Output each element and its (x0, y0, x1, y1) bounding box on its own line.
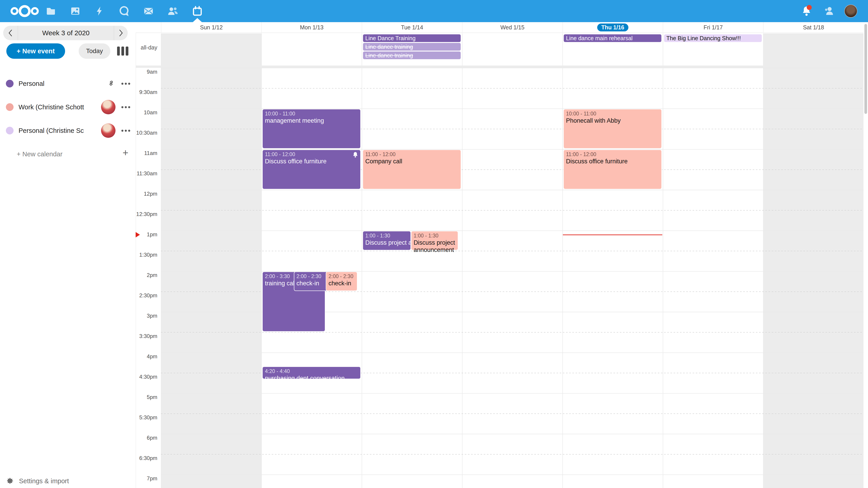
calendar-name: Personal (Christine Scho… (19, 127, 84, 134)
grid-halfhour-line (161, 251, 864, 251)
settings-import-button[interactable]: Settings & import (0, 474, 135, 488)
calendar-color-dot (6, 103, 13, 111)
new-calendar-button[interactable]: + New calendar (17, 147, 107, 161)
event-title: Company call (365, 158, 458, 165)
week-label[interactable]: Week 3 of 2020 (18, 26, 114, 40)
header-divider (135, 33, 868, 33)
all-day-event[interactable]: Line Dance Training (363, 34, 461, 42)
calendar-item-personal-christine[interactable]: Personal (Christine Scho… (0, 122, 135, 140)
view-switcher-icon[interactable] (117, 46, 128, 56)
event[interactable]: 10:00 - 11:00management meeting (262, 109, 361, 149)
grid-line (161, 475, 864, 475)
day-header-wed: Wed 1/15 (462, 22, 562, 33)
grid-line (663, 33, 663, 488)
time-label: 11am (135, 150, 157, 156)
time-label: 4pm (135, 353, 157, 360)
reminder-bell-icon (352, 152, 358, 159)
event-title: Discuss project announcement (414, 239, 456, 254)
weekend-shade (763, 33, 864, 488)
grid-line (763, 33, 764, 488)
grid-line (562, 33, 563, 488)
time-label: 12:30pm (135, 211, 157, 217)
calendar-name: Work (Christine Schott) (19, 103, 84, 111)
event-time: 10:00 - 11:00 (265, 110, 358, 117)
event[interactable]: 10:00 - 11:00Phonecall with Abby (563, 109, 662, 149)
all-day-label: all-day (135, 44, 157, 51)
topbar (0, 0, 868, 22)
all-day-event[interactable]: Line dance training (363, 43, 461, 51)
user-avatar[interactable] (844, 4, 857, 18)
all-day-separator (135, 66, 868, 68)
calendar-color-dot (6, 127, 13, 134)
notifications-icon[interactable] (799, 0, 814, 22)
calendar-app-icon[interactable] (185, 0, 210, 22)
current-time-arrow-icon (135, 232, 140, 237)
all-day-event[interactable]: The Big Line Dancing Show!!! (664, 34, 762, 42)
active-app-indicator (193, 18, 202, 22)
grid-line (161, 434, 864, 434)
event[interactable]: 1:00 - 1:30Discuss project announcement (363, 231, 411, 250)
shared-by-avatar (101, 123, 116, 138)
grid-line (462, 33, 463, 488)
new-event-button[interactable]: + New event (6, 43, 65, 59)
calendar-menu-icon[interactable] (121, 106, 130, 108)
grid-line (161, 393, 864, 394)
today-button[interactable]: Today (79, 43, 110, 59)
talk-app-icon[interactable] (112, 0, 136, 22)
grid-line (161, 68, 864, 68)
event[interactable]: 11:00 - 12:00Discuss office furniture (262, 150, 361, 189)
scrollbar-thumb[interactable] (864, 24, 867, 114)
share-link-icon[interactable] (107, 79, 116, 88)
next-week-button[interactable] (114, 26, 128, 40)
gear-icon (6, 477, 14, 485)
event-title: management meeting (265, 117, 358, 124)
event-title: check-in (329, 280, 355, 287)
plus-icon[interactable]: + (123, 148, 128, 157)
event[interactable]: 1:00 - 1:30Discuss project announcement (411, 231, 458, 250)
grid-line (161, 352, 864, 353)
contacts-app-icon[interactable] (161, 0, 185, 22)
all-day-event[interactable]: Line dance main rehearsal (564, 34, 661, 42)
event[interactable]: 4:20 - 4:40purchasing dept conversation (262, 366, 361, 379)
calendar-menu-icon[interactable] (121, 83, 130, 85)
files-app-icon[interactable] (39, 0, 63, 22)
grid-line (362, 33, 362, 488)
time-label: 7pm (135, 475, 157, 482)
nextcloud-logo[interactable] (10, 4, 39, 18)
notification-badge (807, 5, 812, 10)
time-label: 2pm (135, 272, 157, 278)
contacts-menu-icon[interactable] (821, 0, 837, 22)
calendar-color-dot (6, 80, 13, 88)
calendar-item-personal[interactable]: Personal (0, 74, 135, 93)
time-label: 9:30am (135, 89, 157, 95)
time-label: 5pm (135, 394, 157, 400)
current-time-line (563, 234, 662, 235)
event-time: 10:00 - 11:00 (566, 110, 659, 117)
event[interactable]: 11:00 - 12:00Company call (363, 150, 461, 189)
today-header-pill[interactable]: Thu 1/16 (597, 24, 628, 31)
photos-app-icon[interactable] (63, 0, 88, 22)
grid-line (161, 190, 864, 190)
calendar-menu-icon[interactable] (121, 130, 130, 132)
previous-week-button[interactable] (3, 26, 18, 40)
event[interactable]: 2:00 - 2:30check-in (326, 271, 358, 291)
sidebar: Week 3 of 2020 + New event Today Persona… (0, 22, 135, 488)
time-label: 2:30pm (135, 292, 157, 299)
event-time: 2:00 - 2:30 (329, 273, 355, 280)
new-calendar-label: + New calendar (17, 151, 62, 158)
event-time: 11:00 - 12:00 (265, 151, 358, 158)
time-label: 3:30pm (135, 333, 157, 339)
grid-line (261, 33, 262, 488)
all-day-event[interactable]: Line dance training (363, 52, 461, 59)
time-label: 3pm (135, 313, 157, 319)
event-title: Discuss office furniture (566, 158, 659, 165)
time-label: 1:30pm (135, 252, 157, 258)
mail-app-icon[interactable] (136, 0, 161, 22)
event[interactable]: 11:00 - 12:00Discuss office furniture (563, 150, 662, 189)
time-label: 5:30pm (135, 414, 157, 421)
grid-halfhour-line (161, 454, 864, 455)
calendar-item-work-christine[interactable]: Work (Christine Schott) (0, 98, 135, 116)
day-header-sat: Sat 1/18 (763, 22, 864, 33)
activity-app-icon[interactable] (88, 0, 112, 22)
week-navigation: Week 3 of 2020 (3, 26, 128, 40)
